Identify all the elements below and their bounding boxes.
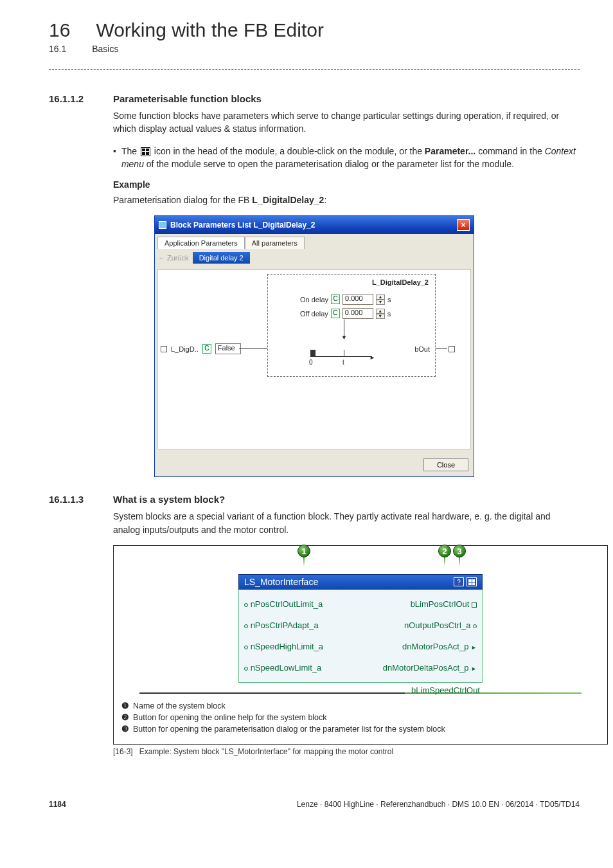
help-icon[interactable]: ? — [454, 577, 464, 586]
port-dot-icon — [473, 624, 477, 628]
text-fragment: command in the — [478, 146, 545, 156]
port-in-label: nPosCtrlPAdapt_a — [251, 620, 319, 630]
on-delay-label: On delay — [300, 296, 328, 303]
c-badge[interactable]: C — [331, 294, 340, 304]
text-fragment: The — [121, 146, 139, 156]
systemblock-header: LS_MotorInterface ? — [238, 574, 483, 590]
section-title: Parameterisable function blocks — [113, 93, 262, 104]
subchapter-number: 16.1 — [49, 44, 66, 54]
off-delay-label: Off delay — [300, 310, 328, 318]
port-in-label: nPosCtrlOutLimit_a — [251, 599, 323, 609]
caption-number: [16-3] — [113, 747, 133, 756]
section-title: What is a system block? — [113, 494, 225, 505]
back-label: Zurück — [167, 254, 189, 262]
tab-application-parameters[interactable]: Application Parameters — [157, 237, 245, 249]
example-heading: Example — [113, 179, 580, 190]
callout-line — [444, 557, 445, 566]
section-paragraph: Some function blocks have parameters whi… — [113, 109, 580, 136]
chapter-title: Working with the FB Editor — [96, 19, 324, 41]
tab-all-parameters[interactable]: All parameters — [245, 237, 305, 249]
dialog-titlebar: Block Parameters List L_DigitalDelay_2 × — [155, 216, 474, 234]
divider — [49, 69, 580, 70]
callout-bubble: 1 — [298, 545, 310, 557]
timing-tick — [344, 350, 344, 356]
unit-label: s — [387, 296, 391, 303]
callout-3: 3 — [453, 545, 466, 566]
port-arrow-icon — [471, 663, 477, 673]
callout-bubble: 2 — [438, 545, 451, 557]
close-button[interactable]: Close — [423, 458, 468, 471]
app-icon — [159, 221, 166, 229]
section-number: 16.1.1.2 — [49, 93, 100, 104]
callout-2: 2 — [438, 545, 451, 566]
back-button[interactable]: ← Zurück — [158, 254, 189, 262]
port-row: nPosCtrlPAdapt_a nOutputPosCtrl_a — [244, 615, 477, 636]
figure-box: 1 2 3 LS_MotorInterface ? nPosCtrlOutLim… — [113, 545, 608, 745]
timing-diagram — [310, 350, 315, 356]
timing-arrow-icon: ► — [369, 354, 375, 361]
port-out-label-trailing: bLimSpeedCtrlOut — [411, 685, 480, 695]
legend-text: Button for opening the parameterisation … — [133, 723, 445, 735]
callout-line — [303, 557, 305, 566]
caption-text: Example: System block "LS_MotorInterface… — [139, 747, 393, 756]
port-arrow-icon — [471, 642, 477, 651]
bullet-text: The icon in the head of the module, a do… — [121, 145, 580, 171]
output-label: bOut — [414, 345, 430, 353]
port-dot-icon — [244, 646, 248, 649]
input-signal-label: L_DigD.. — [171, 345, 199, 353]
subchapter-title: Basics — [92, 44, 118, 54]
port-dot-icon — [244, 624, 248, 628]
function-block-box: L_DigitalDelay_2 On delay C 0.000 ▲▼ s O… — [267, 274, 436, 377]
port-in-label: nSpeedLowLimit_a — [251, 663, 322, 673]
figure-legend: ❶ Name of the system block ❷ Button for … — [114, 694, 607, 744]
text-fragment: : — [324, 195, 326, 205]
text-fragment: of the module serve to open the paramete… — [147, 159, 514, 169]
port-dot-icon — [244, 603, 248, 607]
section-number: 16.1.1.3 — [49, 494, 100, 505]
port-out-label: bLimPosCtrlOut — [411, 599, 470, 609]
port-row: nPosCtrlOutLimit_a bLimPosCtrlOut — [244, 593, 477, 615]
port-row: nSpeedHighLimit_a dnMotorPosAct_p — [244, 636, 477, 657]
legend-text: Name of the system block — [133, 700, 226, 712]
text-fragment: Parameterisation dialog for the FB — [113, 195, 252, 205]
command-name: Parameter... — [425, 146, 475, 156]
chapter-number: 16 — [49, 19, 70, 41]
port-out-label: dnMotorDeltaPosAct_p — [383, 663, 469, 673]
fb-box-title: L_DigitalDelay_2 — [372, 278, 429, 286]
wire — [436, 348, 447, 349]
output-port — [449, 346, 455, 352]
parameter-icon — [141, 147, 150, 156]
port-dot-icon — [244, 667, 248, 671]
port-box-icon — [472, 602, 477, 608]
legend-symbol: ❷ — [121, 712, 129, 723]
fb-name: L_DigitalDelay_2 — [252, 195, 324, 205]
unit-label: s — [387, 310, 391, 318]
on-delay-input[interactable]: 0.000 — [342, 294, 373, 305]
off-delay-spinner[interactable]: ▲▼ — [376, 309, 385, 319]
close-icon[interactable]: × — [457, 219, 470, 231]
example-intro: Parameterisation dialog for the FB L_Dig… — [113, 194, 580, 206]
parameter-icon[interactable] — [466, 577, 477, 586]
off-delay-input[interactable]: 0.000 — [342, 308, 373, 319]
callout-line — [459, 557, 460, 566]
legend-symbol: ❶ — [121, 700, 129, 712]
timing-axis — [310, 356, 372, 357]
text-fragment: icon in the head of the module, a double… — [154, 146, 425, 156]
port-row: nSpeedLowLimit_a dnMotorDeltaPosAct_p — [244, 657, 477, 678]
wire — [239, 348, 267, 349]
dialog-title: Block Parameters List L_DigitalDelay_2 — [170, 221, 315, 230]
breadcrumb[interactable]: Digital delay 2 — [193, 252, 250, 264]
c-badge[interactable]: C — [202, 344, 211, 354]
callout-bubble: 3 — [453, 545, 466, 557]
bullet-marker: • — [113, 145, 116, 171]
footer-meta: Lenze · 8400 HighLine · Referenzhandbuch… — [297, 800, 580, 809]
legend-symbol: ❸ — [121, 723, 129, 735]
c-badge[interactable]: C — [331, 309, 340, 318]
legend-text: Button for opening the online help for t… — [133, 712, 327, 723]
arrow-down-icon: ▼ — [341, 334, 347, 341]
input-port — [161, 346, 167, 352]
timing-zero: 0 — [309, 359, 313, 366]
on-delay-spinner[interactable]: ▲▼ — [376, 294, 385, 305]
callout-1: 1 — [298, 545, 310, 566]
input-value[interactable]: False — [215, 343, 241, 354]
